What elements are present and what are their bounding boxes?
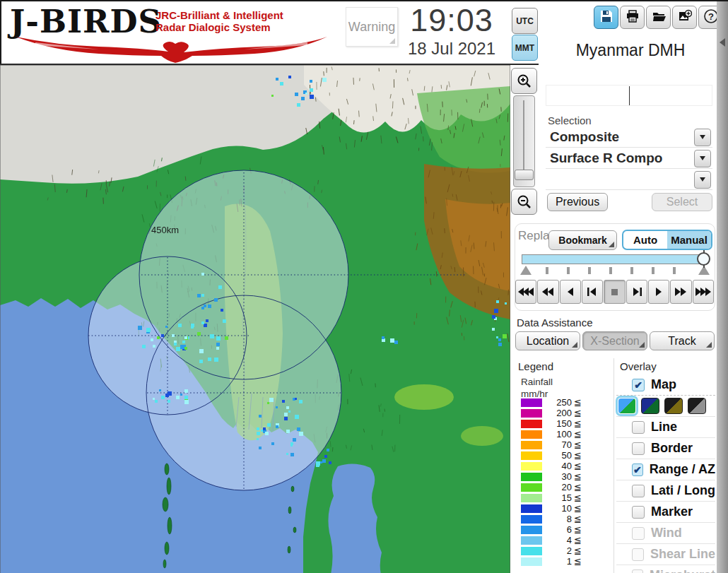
- legend-lte-symbol: ≦: [574, 461, 582, 471]
- dropdown-arrow-button[interactable]: [694, 129, 711, 146]
- print-button[interactable]: [620, 6, 645, 29]
- wind-checkbox: [632, 527, 645, 540]
- warning-grip-icon: [389, 38, 395, 44]
- legend-overlay-divider: [613, 358, 614, 573]
- marker-checkbox[interactable]: [632, 506, 645, 519]
- menu-grip-icon: [572, 342, 577, 348]
- lati-long-checkbox[interactable]: [632, 485, 645, 497]
- legend-value: 6: [542, 524, 572, 535]
- timeline-handle[interactable]: [697, 252, 710, 266]
- auto-label: Auto: [633, 234, 657, 246]
- timeline-track[interactable]: [522, 254, 704, 264]
- overlay-item-label: Range / AZ: [650, 462, 715, 477]
- legend-swatch: [521, 473, 542, 481]
- dropdown-arrow-button[interactable]: [694, 150, 711, 167]
- bookmark-button[interactable]: Bookmark: [548, 230, 617, 250]
- zoom-in-button[interactable]: [511, 68, 537, 94]
- selection-dropdown-1[interactable]: Composite: [546, 127, 712, 148]
- timeline-tick: [588, 267, 591, 274]
- menu-grip-icon: [639, 342, 645, 348]
- overlay-item-microburst[interactable]: Microburst: [616, 565, 715, 573]
- legend-value: 10: [542, 503, 572, 514]
- line-checkbox[interactable]: [632, 421, 645, 434]
- overlay-item-shear-line[interactable]: Shear Line: [616, 544, 715, 565]
- info-box-divider: [629, 86, 630, 105]
- overlay-item-marker[interactable]: Marker: [616, 502, 715, 523]
- step-back-button[interactable]: [582, 280, 603, 304]
- panel-collapse-strip[interactable]: [717, 1, 728, 573]
- play-reverse-icon: [561, 286, 580, 297]
- warning-button[interactable]: Warning: [346, 7, 398, 47]
- legend-entry: 200 ≦: [518, 408, 610, 418]
- zoom-slider-handle[interactable]: [515, 170, 534, 180]
- rewind-fast-button[interactable]: [515, 280, 536, 304]
- overlay-item-range-az[interactable]: ✔ Range / AZ: [616, 459, 715, 480]
- legend-value: 40: [542, 461, 572, 471]
- map-style-3[interactable]: [664, 398, 683, 414]
- forward-fast-button[interactable]: [693, 280, 714, 304]
- site-selector[interactable]: Myanmar DMH: [546, 37, 715, 64]
- capture-add-button[interactable]: [672, 6, 697, 29]
- legend-swatch: [521, 526, 542, 534]
- rewind-button[interactable]: [537, 280, 558, 304]
- bookmark-label: Bookmark: [558, 235, 606, 246]
- selection-dropdown-2[interactable]: Surface R Compo: [546, 148, 712, 169]
- map-style-swatches: [616, 396, 715, 417]
- play-button[interactable]: [648, 280, 669, 304]
- legend-entry: 8 ≦: [518, 514, 610, 524]
- overlay-item-map[interactable]: ✔ Map: [616, 374, 715, 396]
- step-back-icon: [583, 286, 601, 297]
- overlay-item-line[interactable]: Line: [616, 417, 715, 438]
- selection-dropdown-3[interactable]: [546, 170, 712, 190]
- legend-lte-symbol: ≦: [574, 503, 582, 514]
- step-forward-icon: [628, 286, 646, 297]
- mmt-toggle-button[interactable]: MMT: [512, 35, 538, 61]
- forward-fast-icon: [694, 286, 712, 297]
- legend-entry: 100 ≦: [518, 429, 610, 439]
- overlay-item-lati-long[interactable]: Lati / Long: [616, 480, 715, 502]
- step-forward-button[interactable]: [626, 280, 647, 304]
- logo-tagline-2: Radar Dialogic System: [155, 22, 271, 33]
- utc-label: UTC: [516, 16, 534, 26]
- legend-swatch: [521, 483, 542, 492]
- location-button[interactable]: Location: [515, 331, 580, 350]
- legend-swatch: [521, 547, 542, 555]
- stop-button[interactable]: [604, 280, 625, 304]
- utc-toggle-button[interactable]: UTC: [512, 8, 538, 34]
- open-folder-button[interactable]: [646, 6, 671, 29]
- overlay-item-wind[interactable]: Wind: [616, 523, 715, 544]
- map-style-1-selected[interactable]: [618, 398, 636, 414]
- play-reverse-button[interactable]: [560, 280, 581, 304]
- x-section-button[interactable]: X-Section: [582, 331, 647, 350]
- radar-map[interactable]: 450km: [0, 65, 510, 573]
- auto-mode-button[interactable]: Auto: [623, 231, 667, 249]
- border-checkbox[interactable]: [632, 442, 645, 455]
- map-zoom-widget: [511, 68, 537, 215]
- map-checkbox[interactable]: ✔: [632, 379, 645, 391]
- microburst-checkbox: [632, 569, 643, 573]
- legend-value: 4: [542, 535, 572, 545]
- manual-mode-button[interactable]: Manual: [667, 231, 711, 249]
- bay-area: [328, 463, 382, 573]
- legend-swatch: [521, 451, 542, 460]
- zoom-out-button[interactable]: [511, 189, 537, 215]
- map-style-4[interactable]: [688, 398, 706, 414]
- legend-entry: 10 ≦: [518, 503, 610, 514]
- legend-value: 8: [542, 514, 572, 524]
- range-az-checkbox[interactable]: ✔: [632, 463, 643, 476]
- select-button[interactable]: Select: [652, 193, 712, 211]
- save-button[interactable]: [594, 6, 618, 29]
- map-style-2[interactable]: [641, 398, 659, 414]
- forward-button[interactable]: [670, 280, 691, 304]
- dropdown-arrow-button[interactable]: [694, 171, 711, 189]
- print-icon: [626, 9, 640, 26]
- timeline-start-marker[interactable]: [520, 266, 532, 275]
- legend-entry: 1 ≦: [518, 556, 610, 567]
- magnifier-plus-icon: [517, 73, 532, 89]
- legend-value: 30: [542, 471, 572, 482]
- previous-button[interactable]: Previous: [547, 193, 608, 211]
- previous-label: Previous: [556, 196, 599, 208]
- overlay-item-border[interactable]: Border: [616, 438, 715, 459]
- track-button[interactable]: Track: [650, 331, 715, 350]
- legend-entry: 40 ≦: [518, 461, 610, 471]
